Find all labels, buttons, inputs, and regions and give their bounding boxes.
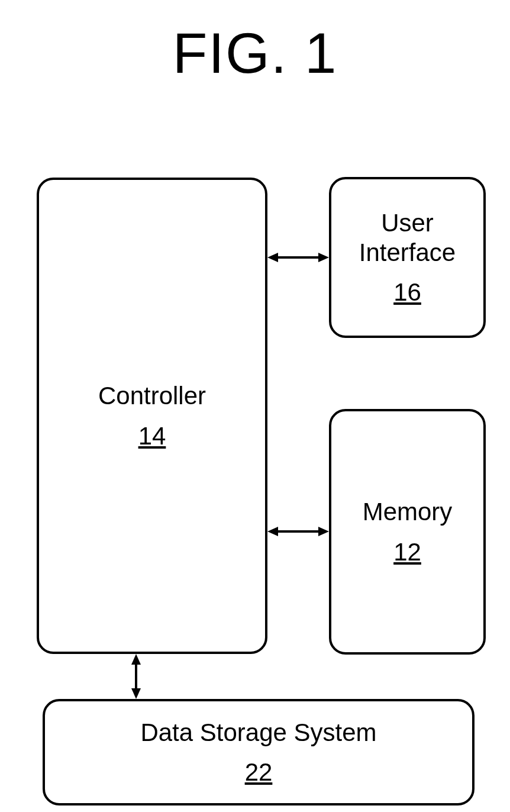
- data-storage-label: Data Storage System: [140, 718, 376, 747]
- svg-marker-8: [131, 688, 141, 699]
- user-interface-block: User Interface 16: [329, 177, 486, 338]
- svg-marker-2: [318, 253, 329, 262]
- controller-label: Controller: [98, 381, 206, 411]
- user-interface-ref: 16: [393, 278, 421, 307]
- user-interface-label-line1: User: [381, 208, 434, 238]
- svg-marker-4: [267, 527, 278, 536]
- data-storage-ref: 22: [245, 758, 273, 787]
- user-interface-label-line2: Interface: [359, 238, 456, 268]
- controller-ref: 14: [138, 422, 166, 450]
- svg-marker-1: [267, 253, 278, 262]
- controller-block: Controller 14: [37, 178, 267, 654]
- svg-marker-7: [131, 654, 141, 665]
- figure-title: FIG. 1: [0, 21, 510, 86]
- arrow-controller-dss: [127, 654, 145, 699]
- svg-marker-5: [318, 527, 329, 536]
- memory-block: Memory 12: [329, 409, 486, 655]
- data-storage-block: Data Storage System 22: [43, 699, 475, 805]
- memory-label: Memory: [363, 497, 453, 527]
- arrow-controller-memory: [267, 523, 329, 540]
- arrow-controller-ui: [267, 249, 329, 266]
- memory-ref: 12: [393, 538, 421, 566]
